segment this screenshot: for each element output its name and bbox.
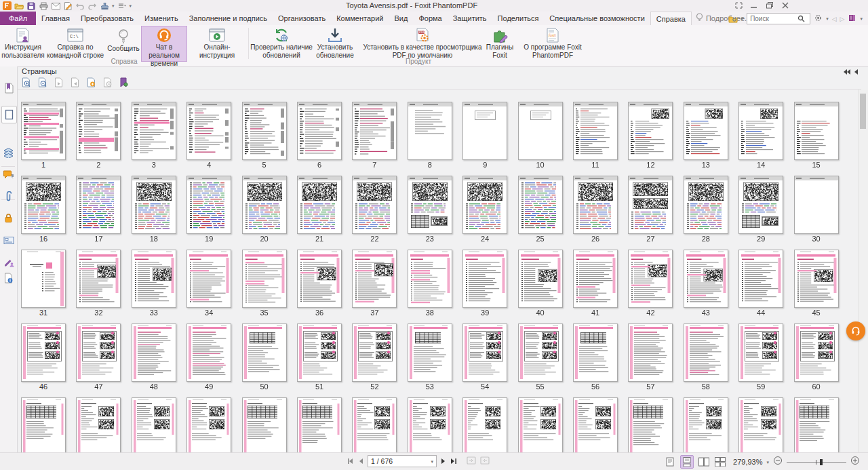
page-thumbnail-19[interactable]: 19 [186,176,231,243]
page-thumbnail-10[interactable]: 10 [518,102,563,169]
page-thumbnail-73[interactable]: 73 [684,397,728,453]
page-thumbnail-52[interactable]: 52 [352,324,397,391]
scrollbar-thumb[interactable] [860,94,866,129]
remove-page-icon[interactable] [102,77,113,88]
page-thumbnail-5[interactable]: 5 [242,102,287,169]
page-thumbnail-36[interactable]: 36 [297,250,342,317]
page-thumbnail-54[interactable]: 54 [462,324,507,391]
page-thumbnail-23[interactable]: 23 [408,176,452,243]
page-thumbnail-31[interactable]: 31 [21,250,66,317]
live-chat-fab[interactable] [846,321,865,340]
single-page-icon[interactable] [664,456,676,468]
thumb-zoom-in-icon[interactable] [20,77,31,88]
ribbon-button-plugins[interactable]: Плагины Foxit [484,26,515,60]
sidebar-panel-bookmarks[interactable] [2,81,15,94]
page-thumbnail-67[interactable]: 67 [352,397,397,453]
page-thumbnail-47[interactable]: 47 [76,324,121,391]
page-thumbnail-18[interactable]: 18 [132,176,176,243]
page-thumbnail-44[interactable]: 44 [738,250,783,317]
page-thumbnail-26[interactable]: 26 [573,176,618,243]
tab-11[interactable]: Справка [650,12,692,25]
zoom-out-icon[interactable] [773,456,783,468]
bookmark-settings-icon[interactable] [118,77,129,88]
page-thumbnail-66[interactable]: 66 [297,397,342,453]
edit-doc-icon[interactable] [63,1,73,11]
read-mode-caret-icon[interactable]: ▾ [860,16,863,21]
page-thumbnail-28[interactable]: 28 [684,176,728,243]
ribbon-button-command-line[interactable]: C:\Справка по командной строке [45,26,106,60]
ribbon-button-default-viewer[interactable]: PDFУстановить в качестве просмотрщика PD… [361,26,484,60]
page-thumbnail-21[interactable]: 21 [297,176,342,243]
first-page-icon[interactable] [347,455,354,467]
history-forward-icon[interactable]: ▷ [840,16,845,22]
page-thumbnail-75[interactable]: 75 [794,397,839,453]
tab-1[interactable]: Преобразовать [75,12,139,25]
page-thumbnail-74[interactable]: 74 [738,397,783,453]
history-back-icon[interactable]: ◁ [832,16,837,22]
zoom-level[interactable]: 279,93% [733,458,762,466]
page-thumbnail-53[interactable]: 53 [408,324,452,391]
tab-2[interactable]: Изменить [139,12,184,25]
page-thumbnail-13[interactable]: 13 [684,102,728,169]
page-thumbnail-51[interactable]: 51 [297,324,342,391]
ribbon-button-live-chat[interactable]: Чат в реальном времени [141,26,187,62]
page-thumbnail-70[interactable]: 70 [518,397,563,453]
page-thumbnail-58[interactable]: 58 [684,324,728,391]
next-view-icon[interactable] [480,455,490,467]
tab-0[interactable]: Главная [36,12,75,25]
page-thumbnail-38[interactable]: 38 [408,250,452,317]
prev-view-icon[interactable] [467,455,476,467]
prev-page-icon[interactable] [53,77,64,88]
page-thumbnail-62[interactable]: 62 [76,397,121,453]
page-thumbnail-50[interactable]: 50 [242,324,287,391]
undo-icon[interactable] [75,1,85,11]
vertical-scrollbar[interactable] [858,90,868,453]
page-thumbnail-6[interactable]: 6 [297,102,342,169]
settings-caret-icon[interactable]: ▾ [826,16,829,21]
save-icon[interactable] [26,1,36,11]
tab-8[interactable]: Защитить [448,12,492,25]
tab-10[interactable]: Специальные возможности [544,12,650,25]
page-thumbnail-9[interactable]: 9 [462,102,507,169]
print-icon[interactable] [39,1,48,11]
ribbon-button-check-updates[interactable]: Проверить наличие обновлений [250,26,313,60]
page-thumbnail-14[interactable]: 14 [738,102,783,169]
zoom-slider-thumb[interactable] [820,459,823,465]
page-thumbnail-37[interactable]: 37 [352,250,397,317]
page-thumbnail-40[interactable]: 40 [518,250,563,317]
page-thumbnail-2[interactable]: 2 [76,102,121,169]
sidebar-panel-form-fields[interactable] [2,234,15,247]
next-page-icon[interactable] [441,455,446,467]
page-thumbnail-59[interactable]: 59 [738,324,783,391]
sidebar-panel-properties[interactable] [2,271,15,284]
collapse-panel-icon[interactable] [844,68,851,76]
page-thumbnail-43[interactable]: 43 [684,250,728,317]
page-thumbnail-63[interactable]: 63 [132,397,176,453]
search-icon[interactable] [797,13,805,25]
search-input[interactable] [749,14,797,23]
page-thumbnail-8[interactable]: 8 [408,102,452,169]
read-mode-icon[interactable] [848,13,856,25]
page-thumbnail-68[interactable]: 68 [408,397,452,453]
continuous-facing-icon[interactable] [714,456,726,468]
page-thumbnail-7[interactable]: 7 [352,102,397,169]
last-page-icon[interactable] [450,455,457,467]
zoom-in-icon[interactable] [850,456,860,468]
page-thumbnail-15[interactable]: 15 [794,102,839,169]
ribbon-button-install-update[interactable]: Установить обновление [313,26,357,60]
page-thumbnail-57[interactable]: 57 [628,324,673,391]
sidebar-panel-layers[interactable] [2,146,15,159]
search-folder-icon[interactable] [728,14,738,24]
tab-4[interactable]: Организовать [273,12,331,25]
page-thumbnail-29[interactable]: 29 [738,176,783,243]
minimize-panel-icon[interactable] [854,68,859,76]
redo-icon[interactable] [87,1,97,11]
page-thumbnail-46[interactable]: 46 [21,324,66,391]
page-thumbnail-12[interactable]: 12 [628,102,673,169]
page-thumbnail-71[interactable]: 71 [573,397,618,453]
page-thumbnail-16[interactable]: 16 [21,176,66,243]
ribbon-button-user-guide[interactable]: Инструкция пользователя [1,26,45,60]
continuous-icon[interactable] [680,455,694,469]
stamp-icon[interactable] [100,1,109,11]
page-thumbnail-45[interactable]: 45 [794,250,839,317]
